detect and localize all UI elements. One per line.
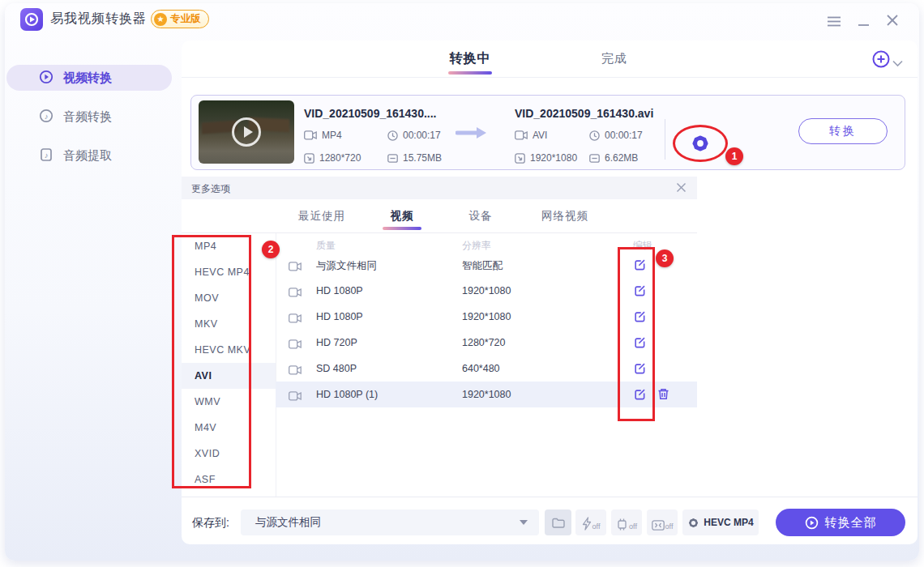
- save-to-label: 保存到:: [192, 516, 229, 531]
- tabs-divider: [182, 77, 918, 78]
- pro-badge[interactable]: ★ 专业版: [151, 10, 209, 28]
- sidebar-item-video-convert[interactable]: 视频转换: [6, 65, 172, 91]
- target-file-name: VID_20210509_161430.avi: [515, 107, 653, 120]
- tab-video[interactable]: 视频: [387, 209, 417, 224]
- target-format: AVI: [515, 130, 547, 141]
- sidebar-item-label: 音频提取: [63, 148, 112, 164]
- output-format-button[interactable]: HEVC MP4: [682, 509, 759, 535]
- menu-icon[interactable]: [827, 15, 841, 30]
- off-label: off: [592, 523, 601, 531]
- play-icon[interactable]: [232, 117, 261, 147]
- close-button[interactable]: [886, 14, 899, 30]
- camera-icon: [304, 130, 317, 140]
- format-list-divider: [276, 233, 276, 497]
- source-file-name: VID_20210509_161430....: [304, 107, 436, 120]
- convert-button[interactable]: 转换: [798, 118, 888, 144]
- gear-icon: [687, 517, 699, 529]
- camera-icon: [289, 390, 302, 404]
- annotation-rect-2: [172, 235, 251, 488]
- convert-all-button[interactable]: 转换全部: [776, 509, 905, 536]
- app-title: 易我视频转换器: [50, 11, 147, 28]
- merge-icon: [652, 520, 665, 531]
- tab-recently-used[interactable]: 最近使用: [289, 209, 354, 224]
- camera-icon: [289, 364, 302, 378]
- column-header-quality: 质量: [316, 239, 336, 253]
- sidebar-item-audio-convert[interactable]: ♪ 音频转换: [6, 104, 172, 130]
- active-subtab-underline: [383, 227, 421, 230]
- pro-badge-label: 专业版: [170, 12, 201, 26]
- app-logo-icon: [20, 8, 43, 31]
- merge-toggle[interactable]: off: [647, 509, 678, 535]
- target-size: 6.62MB: [589, 152, 638, 164]
- camera-icon: [289, 312, 302, 326]
- resolution-icon: [515, 153, 525, 164]
- app-window: 易我视频转换器 ★ 专业版 视频转换 ♪ 音频转换: [0, 0, 924, 567]
- off-label: off: [665, 523, 674, 531]
- audio-convert-icon: ♪: [39, 109, 53, 126]
- video-convert-icon: [39, 70, 53, 87]
- resolution-cell: 1280*720: [462, 337, 506, 348]
- close-panel-icon[interactable]: [676, 181, 687, 196]
- hardware-acceleration-toggle[interactable]: off: [575, 509, 606, 535]
- resolution-cell: 1920*1080: [462, 389, 511, 400]
- source-resolution: 1280*720: [304, 152, 361, 164]
- star-icon: ★: [154, 13, 167, 26]
- resolution-cell: 1920*1080: [462, 311, 511, 322]
- camera-icon: [289, 260, 302, 275]
- resolution-cell: 640*480: [462, 363, 500, 374]
- minimize-button[interactable]: [858, 15, 870, 30]
- video-thumbnail[interactable]: [199, 100, 294, 164]
- size-icon: [589, 154, 600, 163]
- target-resolution: 1920*1080: [515, 152, 577, 164]
- open-folder-button[interactable]: [545, 509, 571, 535]
- trash-icon[interactable]: [657, 388, 669, 403]
- tab-device[interactable]: 设备: [466, 209, 495, 224]
- annotation-badge-2: 2: [262, 241, 280, 258]
- annotation-badge-1: 1: [725, 147, 743, 165]
- lightning-icon: [582, 517, 592, 531]
- sidebar-item-audio-extract[interactable]: ♪ 音频提取: [6, 143, 172, 168]
- gpu-toggle[interactable]: off: [611, 509, 642, 535]
- resolution-cell: 1920*1080: [462, 285, 511, 296]
- resolution-cell: 智能匹配: [462, 259, 503, 273]
- quality-cell: 与源文件相同: [316, 259, 377, 273]
- chevron-down-icon[interactable]: [892, 56, 903, 70]
- svg-text:♪: ♪: [45, 150, 49, 159]
- quality-cell: SD 480P: [316, 363, 357, 374]
- sidebar-item-label: 视频转换: [63, 70, 112, 86]
- camera-icon: [289, 286, 302, 301]
- source-duration: 00:00:17: [387, 130, 441, 141]
- annotation-badge-3: 3: [656, 249, 674, 267]
- active-tab-underline: [448, 71, 492, 75]
- size-icon: [387, 154, 398, 163]
- annotation-circle-1: [673, 125, 728, 162]
- quality-cell: HD 1080P: [316, 311, 363, 322]
- quality-cell: HD 720P: [316, 337, 357, 348]
- sidebar-item-label: 音频转换: [63, 109, 112, 125]
- camera-icon: [515, 130, 528, 140]
- source-format: MP4: [304, 130, 342, 141]
- output-format-label: HEVC MP4: [704, 517, 753, 528]
- chip-icon: [616, 518, 628, 531]
- target-duration: 00:00:17: [589, 130, 643, 141]
- card-divider: [665, 119, 665, 160]
- footer-divider: [182, 497, 918, 497]
- dropdown-caret-icon: [520, 520, 528, 525]
- svg-text:♪: ♪: [45, 111, 49, 120]
- arrow-right-icon: [456, 126, 488, 143]
- save-path-dropdown[interactable]: 与源文件相同: [241, 509, 539, 535]
- convert-all-label: 转换全部: [825, 515, 877, 531]
- resolution-icon: [304, 153, 314, 164]
- column-header-resolution: 分辨率: [462, 239, 491, 253]
- quality-cell: HD 1080P: [316, 285, 363, 296]
- more-options-title: 更多选项: [191, 182, 230, 196]
- quality-cell: HD 1080P (1): [316, 389, 378, 400]
- tab-done[interactable]: 完成: [598, 51, 631, 66]
- camera-icon: [289, 338, 302, 352]
- tab-converting[interactable]: 转换中: [446, 50, 494, 67]
- annotation-rect-3: [618, 247, 655, 421]
- add-file-button[interactable]: [872, 50, 890, 71]
- source-size: 15.75MB: [387, 152, 442, 164]
- tab-web-video[interactable]: 网络视频: [540, 209, 590, 224]
- play-circle-icon: [805, 516, 819, 530]
